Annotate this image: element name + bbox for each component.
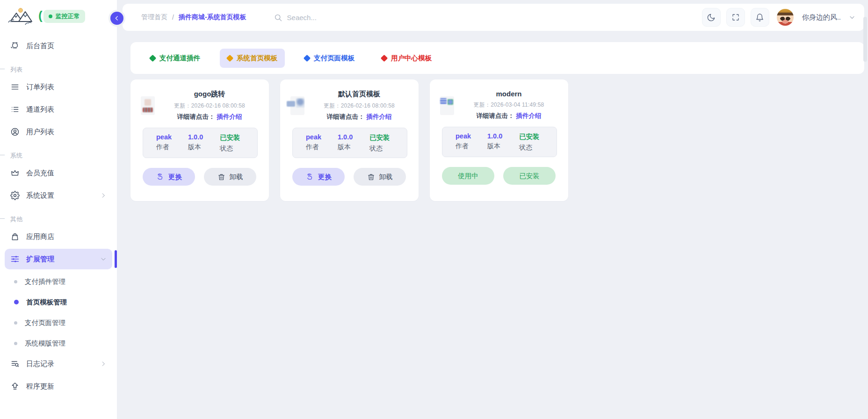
plugin-card-gogo: gogo跳转 更新：2026-02-16 08:00:58 详细请点击：插件介绍…: [130, 79, 269, 201]
dot-icon: [14, 300, 19, 304]
monitor-status-badge: 监控正常: [43, 10, 85, 23]
user-circle-icon: [10, 127, 20, 137]
author-label: 作者: [156, 143, 181, 152]
sidebar-item-extensions[interactable]: 扩展管理: [5, 249, 112, 269]
replace-button[interactable]: 更换: [292, 168, 345, 186]
sliders-icon: [10, 254, 20, 264]
diamond-icon: [381, 54, 388, 62]
plugin-title: gogo跳转: [160, 90, 259, 99]
author-value: peak: [306, 133, 330, 141]
diamond-icon: [304, 54, 311, 62]
plugin-card-modern: modern 更新：2026-03-04 11:49:58 详细请点击：插件介绍…: [430, 79, 568, 201]
sidebar-item-label: 后台首页: [26, 42, 54, 51]
version-value: 1.0.0: [487, 132, 512, 140]
sidebar-subitem-label: 支付页面管理: [25, 318, 65, 327]
dot-icon: [14, 321, 17, 325]
section-title: 其他: [10, 215, 22, 224]
sidebar-item-settings[interactable]: 系统设置: [5, 185, 112, 206]
plugin-title: modern: [460, 90, 558, 98]
username[interactable]: 你身边的风..: [802, 13, 841, 22]
installed-button[interactable]: 已安装: [503, 167, 556, 185]
breadcrumb-root[interactable]: 管理首页: [141, 13, 167, 22]
tab-label: 支付通道插件: [159, 54, 200, 63]
detail-label: 详细请点击：: [177, 113, 215, 120]
card-head: gogo跳转 更新：2026-02-16 08:00:58 详细请点击：插件介绍: [130, 90, 269, 121]
status-label: 状态: [369, 144, 394, 153]
gear-icon: [10, 191, 20, 200]
sidebar-subitem-payment-plugin[interactable]: 支付插件管理: [5, 271, 112, 292]
sidebar-item-orders[interactable]: 订单列表: [5, 77, 112, 97]
user-avatar[interactable]: [777, 9, 794, 26]
chevron-down-icon: [100, 256, 107, 262]
sidebar-item-appstore[interactable]: 应用商店: [5, 226, 112, 247]
version-value: 1.0.0: [338, 133, 362, 141]
card-head: modern 更新：2026-03-04 11:49:58 详细请点击：插件介绍: [430, 90, 568, 120]
status-dot-icon: [49, 14, 52, 18]
fullscreen-button[interactable]: [726, 8, 745, 27]
plugin-detail-link[interactable]: 插件介绍: [367, 113, 392, 120]
sidebar: ( 监控正常 后台首页 列表 订单列表 通道列表: [0, 0, 117, 419]
tab-system-home-templates[interactable]: 系统首页模板: [220, 49, 285, 68]
plugin-category-tabs: 支付通道插件 系统首页模板 支付页面模板 用户中心模板: [130, 42, 864, 74]
status-label: 状态: [519, 144, 543, 152]
author-label: 作者: [456, 142, 480, 151]
tab-label: 系统首页模板: [237, 54, 277, 63]
notifications-button[interactable]: [751, 8, 769, 27]
sidebar-item-users[interactable]: 用户列表: [5, 122, 112, 142]
plugin-title: 默认首页模板: [310, 90, 408, 99]
fullscreen-icon: [731, 13, 740, 22]
sidebar-item-label: 系统设置: [26, 191, 94, 200]
tab-payment-channel-plugins[interactable]: 支付通道插件: [143, 49, 208, 68]
sidebar-collapse-button[interactable]: [108, 10, 125, 27]
sidebar-item-label: 扩展管理: [26, 255, 94, 264]
sidebar-section-list: 列表: [5, 63, 112, 77]
menu-lines-icon: [10, 82, 20, 92]
plugin-detail-link[interactable]: 插件介绍: [217, 113, 242, 120]
list-search-icon: [10, 359, 20, 368]
sidebar-item-update[interactable]: 程序更新: [5, 376, 112, 397]
sidebar-item-logs[interactable]: 日志记录: [5, 354, 112, 374]
app-logo-mountain-icon: [7, 6, 36, 27]
sidebar-subitem-home-template[interactable]: 首页模板管理: [5, 292, 112, 312]
plugin-stats-panel: peak作者 1.0.0版本 已安装状态: [292, 128, 407, 158]
tap-pointer-icon: [156, 173, 164, 181]
plugin-updated: 更新：2026-02-16 08:00:58: [160, 102, 259, 110]
sidebar-section-other: 其他: [5, 212, 112, 226]
bell-icon: [755, 13, 764, 22]
tab-user-center-templates[interactable]: 用户中心模板: [374, 49, 439, 68]
monitor-status-label: 监控正常: [56, 12, 80, 21]
in-use-button[interactable]: 使用中: [442, 167, 494, 185]
search-icon: [274, 13, 282, 22]
sidebar-item-channels[interactable]: 通道列表: [5, 99, 112, 120]
search-input[interactable]: [287, 14, 390, 22]
uninstall-button[interactable]: 卸载: [204, 168, 256, 186]
sidebar-section-system: 系统: [5, 149, 112, 163]
scrollbar-thumb[interactable]: [863, 17, 867, 62]
plugin-detail-link[interactable]: 插件介绍: [516, 112, 542, 119]
sidebar-item-label: 会员充值: [26, 169, 54, 178]
tap-pointer-icon: [305, 173, 314, 181]
replace-button[interactable]: 更换: [143, 168, 195, 186]
status-label: 状态: [220, 144, 244, 153]
tab-payment-page-templates[interactable]: 支付页面模板: [297, 49, 362, 68]
sidebar-subitem-payment-page[interactable]: 支付页面管理: [5, 312, 112, 333]
plugin-stats-panel: peak作者 1.0.0版本 已安装状态: [143, 128, 258, 158]
version-label: 版本: [338, 143, 362, 152]
section-title: 列表: [10, 65, 22, 74]
chevron-down-icon[interactable]: [848, 14, 856, 21]
logo-row: ( 监控正常: [0, 0, 117, 33]
status-value: 已安装: [369, 133, 394, 142]
plugin-card-default-home: 默认首页模板 更新：2026-02-16 08:00:58 详细请点击：插件介绍…: [280, 79, 419, 201]
sidebar-item-label: 通道列表: [26, 105, 54, 114]
version-label: 版本: [487, 142, 512, 151]
sidebar-item-recharge[interactable]: 会员充值: [5, 163, 112, 183]
dark-mode-button[interactable]: [702, 8, 721, 27]
uninstall-button[interactable]: 卸载: [354, 168, 406, 186]
plugin-updated: 更新：2026-03-04 11:49:58: [460, 101, 558, 109]
sidebar-item-home[interactable]: 后台首页: [5, 36, 112, 56]
search-box: [274, 13, 390, 22]
status-value: 已安装: [220, 133, 244, 142]
plugin-thumbnail: [141, 96, 155, 115]
sidebar-item-label: 程序更新: [26, 382, 54, 391]
sidebar-subitem-system-template[interactable]: 系统模版管理: [5, 333, 112, 354]
